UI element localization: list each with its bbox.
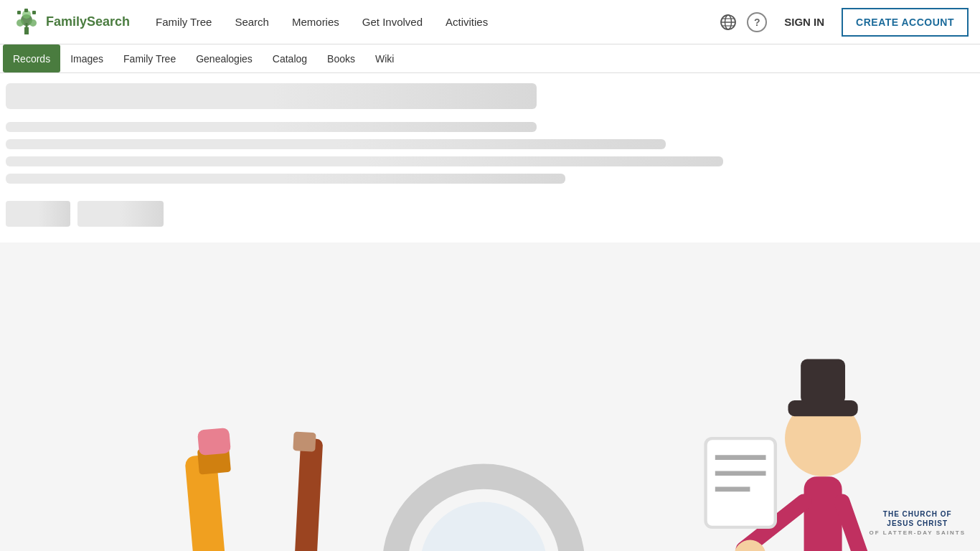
svg-rect-8 [32,11,36,14]
skeleton-line-1 [6,122,537,132]
subnav-wiki[interactable]: Wiki [365,44,404,72]
skeleton-title-loader [6,83,537,109]
cite-illustration [14,264,966,551]
logo-text: FamilySearch [46,14,130,29]
skeleton-button-1 [6,201,70,227]
svg-point-4 [29,19,37,27]
svg-rect-46 [706,438,776,527]
logo-icon [11,7,42,37]
help-icon[interactable]: ? [747,12,767,32]
nav-get-involved[interactable]: Get Involved [354,10,431,34]
svg-rect-38 [804,476,842,551]
subnav-images[interactable]: Images [60,44,113,72]
subnav-books[interactable]: Books [317,44,365,72]
svg-line-44 [842,501,864,551]
subnav-catalog[interactable]: Catalog [263,44,317,72]
svg-rect-24 [197,428,231,456]
skeleton-line-4 [6,174,565,184]
church-logo: THE CHURCH OF JESUS CHRIST OF LATTER-DAY… [869,509,966,537]
svg-rect-25 [286,438,324,551]
svg-rect-6 [17,11,21,14]
svg-point-29 [420,501,547,551]
main-nav: Family Tree Search Memories Get Involved… [147,10,718,34]
church-line3: OF LATTER-DAY SAINTS [869,529,966,537]
nav-memories[interactable]: Memories [283,10,348,34]
skeleton-line-3 [6,156,723,166]
sign-in-button[interactable]: SIGN IN [776,10,833,34]
subnav-genealogies[interactable]: Genealogies [186,44,263,72]
nav-search[interactable]: Search [226,10,278,34]
subnav-family-tree[interactable]: Family Tree [113,44,186,72]
svg-rect-27 [293,432,316,452]
sub-navigation: Records Images Family Tree Genealogies C… [0,44,980,73]
logo-link[interactable]: FamilySearch [11,7,130,37]
skeleton-button-2 [77,201,164,227]
svg-point-3 [17,19,24,27]
skeleton-line-2 [6,139,666,149]
content-area [0,73,980,237]
skeleton-buttons [6,201,974,227]
church-line1: THE CHURCH OF [869,509,966,519]
top-navigation: FamilySearch Family Tree Search Memories… [0,0,980,44]
svg-rect-7 [24,9,28,12]
cite-section: Cite This Collection COPY CITATION [0,242,980,551]
nav-family-tree[interactable]: Family Tree [147,10,220,34]
nav-right: ? SIGN IN CREATE ACCOUNT [718,8,969,37]
globe-icon[interactable] [718,12,738,32]
nav-activities[interactable]: Activities [437,10,496,34]
subnav-records[interactable]: Records [3,44,60,72]
church-line2: JESUS CHRIST [869,519,966,528]
svg-rect-37 [801,359,845,404]
create-account-button[interactable]: CREATE ACCOUNT [842,8,969,37]
